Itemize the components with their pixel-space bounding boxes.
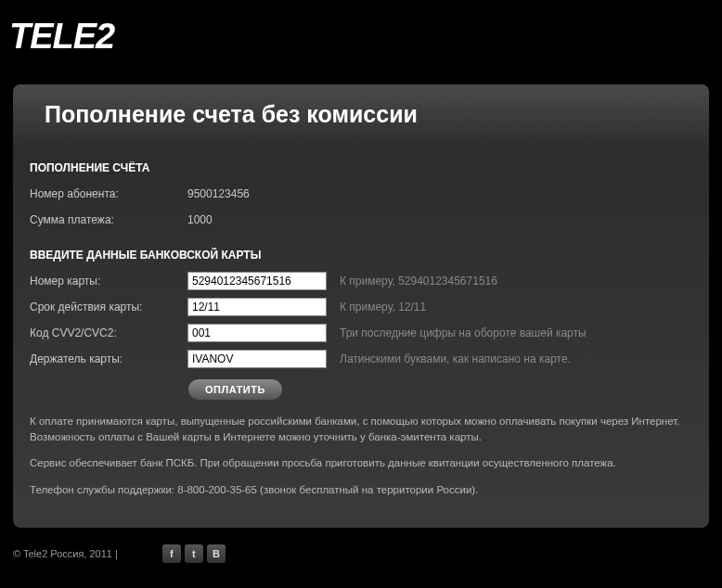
card-number-hint: К примеру, 5294012345671516 <box>340 275 497 288</box>
card-number-input[interactable] <box>187 272 327 290</box>
subscriber-label: Номер абонента: <box>30 187 187 200</box>
cvv-input[interactable] <box>187 324 327 342</box>
holder-input[interactable] <box>187 350 327 368</box>
note-cards: К оплате принимаются карты, выпущенные р… <box>30 414 692 444</box>
section-title-account: ПОПОЛНЕНИЕ СЧЁТА <box>30 161 692 174</box>
footer: © Tele2 Россия, 2011 | f t В <box>13 544 709 563</box>
header-band: Пополнение счета без комиссии <box>13 84 709 145</box>
content: ПОПОЛНЕНИЕ СЧЁТА Номер абонента: 9500123… <box>13 145 709 528</box>
note-phone: Телефон службы поддержки: 8-800-200-35-6… <box>30 482 692 498</box>
holder-hint: Латинскими буквами, как написано на карт… <box>340 352 571 365</box>
holder-row: Держатель карты: Латинскими буквами, как… <box>30 349 692 369</box>
expiry-row: Срок действия карты: К примеру, 12/11 <box>30 297 692 317</box>
amount-value: 1000 <box>187 213 213 226</box>
vk-icon[interactable]: В <box>207 544 226 563</box>
holder-label: Держатель карты: <box>30 352 187 365</box>
cvv-row: Код CVV2/CVC2: Три последние цифры на об… <box>30 323 692 343</box>
page-title: Пополнение счета без комиссии <box>45 101 677 128</box>
expiry-hint: К примеру, 12/11 <box>340 300 426 313</box>
amount-label: Сумма платежа: <box>30 213 187 226</box>
main-panel: Пополнение счета без комиссии ПОПОЛНЕНИЕ… <box>13 84 709 528</box>
pay-button[interactable]: ОПЛАТИТЬ <box>187 378 283 401</box>
twitter-icon[interactable]: t <box>185 544 203 563</box>
cvv-label: Код CVV2/CVC2: <box>30 326 187 339</box>
amount-row: Сумма платежа: 1000 <box>30 210 692 230</box>
expiry-input[interactable] <box>187 298 327 316</box>
facebook-icon[interactable]: f <box>162 544 181 563</box>
expiry-label: Срок действия карты: <box>30 300 187 313</box>
subscriber-value: 9500123456 <box>187 187 250 200</box>
social-icons: f t В <box>162 544 226 563</box>
copyright: © Tele2 Россия, 2011 | <box>13 548 118 559</box>
note-bank: Сервис обеспечивает банк ПСКБ. При обращ… <box>30 455 692 471</box>
logo: TELE2 <box>0 0 722 66</box>
cvv-hint: Три последние цифры на обороте вашей кар… <box>340 326 587 339</box>
subscriber-row: Номер абонента: 9500123456 <box>30 184 692 204</box>
section-title-card: ВВЕДИТЕ ДАННЫЕ БАНКОВСКОЙ КАРТЫ <box>30 249 692 262</box>
card-row: Номер карты: К примеру, 5294012345671516 <box>30 271 692 291</box>
card-number-label: Номер карты: <box>30 275 187 288</box>
